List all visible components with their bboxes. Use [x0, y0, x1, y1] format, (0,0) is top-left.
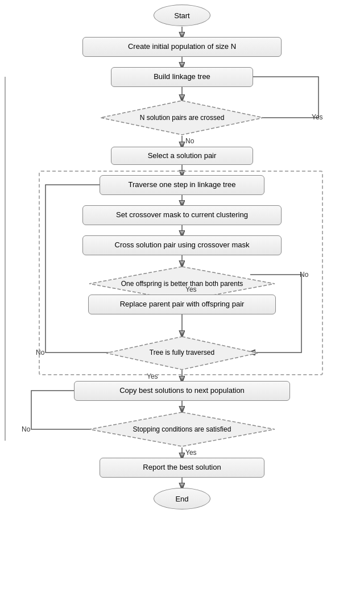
n-pairs-no-label: No — [185, 137, 194, 145]
tree-yes-label: Yes — [147, 372, 158, 380]
offspring-no-label: No — [300, 271, 308, 279]
tree-traversed-label: Tree is fully traversed — [128, 349, 236, 358]
traverse-step-box: Traverse one step in linkage tree — [100, 175, 264, 195]
report-best-box: Report the best solution — [100, 458, 264, 478]
start-label: Start — [174, 11, 189, 20]
tree-no-label: No — [36, 349, 44, 357]
traverse-step-label: Traverse one step in linkage tree — [129, 180, 236, 190]
build-tree-box: Build linkage tree — [111, 67, 253, 87]
cross-pair-box: Cross solution pair using crossover mask — [82, 235, 282, 255]
set-crossover-label: Set crossover mask to current clustering — [116, 210, 248, 220]
replace-parent-label: Replace parent pair with offspring pair — [120, 300, 245, 309]
build-tree-label: Build linkage tree — [154, 72, 210, 82]
create-pop-label: Create initial population of size N — [128, 42, 236, 52]
select-pair-box: Select a solution pair — [111, 147, 253, 165]
outer-loop-bracket — [5, 77, 7, 441]
report-best-label: Report the best solution — [143, 463, 221, 472]
copy-best-box: Copy best solutions to next population — [74, 381, 290, 401]
stopping-no-label: No — [22, 425, 30, 433]
n-pairs-yes-label: Yes — [312, 113, 323, 121]
stopping-label: Stopping conditions are satisfied — [117, 425, 247, 434]
cross-pair-label: Cross solution pair using crossover mask — [115, 241, 250, 250]
stopping-diamond: Stopping conditions are satisfied — [88, 411, 276, 448]
start-node: Start — [154, 5, 210, 26]
n-pairs-label: N solution pairs are crossed — [125, 114, 239, 123]
offspring-better-label: One offspring is better than both parent… — [117, 280, 247, 289]
copy-best-label: Copy best solutions to next population — [119, 386, 245, 396]
replace-parent-box: Replace parent pair with offspring pair — [88, 295, 276, 314]
end-label: End — [175, 495, 188, 503]
select-pair-label: Select a solution pair — [148, 151, 217, 161]
stopping-yes-label: Yes — [185, 449, 197, 457]
n-pairs-diamond: N solution pairs are crossed — [100, 100, 264, 136]
end-node: End — [154, 488, 210, 509]
set-crossover-box: Set crossover mask to current clustering — [82, 205, 282, 225]
tree-traversed-diamond: Tree is fully traversed — [105, 335, 259, 371]
create-pop-box: Create initial population of size N — [82, 37, 282, 57]
flowchart: Start Create initial population of size … — [0, 0, 364, 601]
